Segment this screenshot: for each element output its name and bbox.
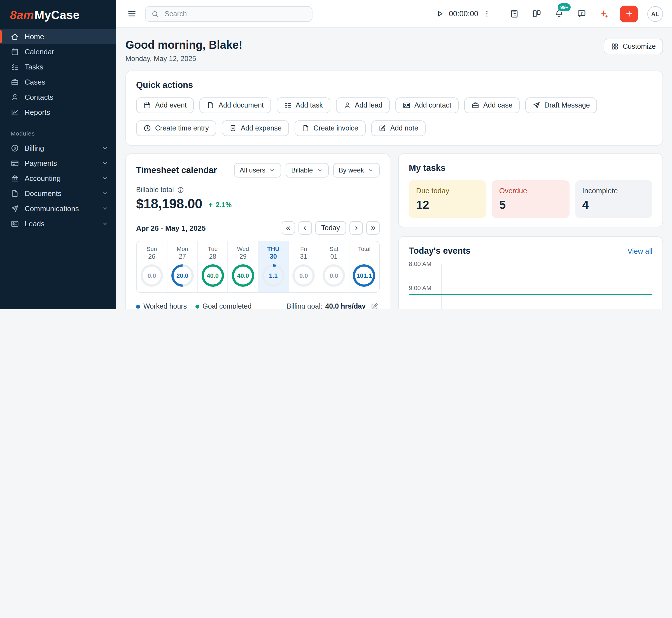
sidebar-item-payments[interactable]: Payments — [0, 156, 116, 171]
notification-badge: 99+ — [557, 3, 571, 11]
overdue-tile[interactable]: Overdue 5 — [492, 180, 569, 218]
card-icon — [11, 159, 19, 168]
timesheet-title: Timesheet calendar — [136, 165, 217, 175]
create-new-button[interactable] — [620, 5, 638, 22]
my-tasks-title: My tasks — [409, 163, 652, 173]
boards-button[interactable] — [530, 7, 543, 20]
help-button[interactable] — [575, 7, 588, 20]
sidebar-item-leads[interactable]: Leads — [0, 216, 116, 231]
kebab-icon — [483, 9, 491, 18]
sidebar-item-home[interactable]: Home — [0, 29, 116, 44]
sidebar-item-tasks[interactable]: Tasks — [0, 60, 116, 75]
current-time-indicator — [409, 294, 652, 295]
search-input[interactable] — [163, 9, 306, 18]
create-time-entry-button[interactable]: Create time entry — [136, 120, 216, 136]
page-date: Monday, May 12, 2025 — [125, 55, 242, 63]
due-today-tile[interactable]: Due today 12 — [409, 180, 486, 218]
add-document-button[interactable]: Add document — [200, 97, 271, 113]
chevron-down-icon — [101, 160, 109, 167]
play-icon — [436, 9, 444, 18]
add-expense-button[interactable]: Add expense — [222, 120, 289, 136]
main-content: Good morning, Blake! Monday, May 12, 202… — [116, 28, 672, 309]
chart-icon — [11, 108, 19, 116]
todays-events-title: Today's events — [409, 246, 470, 256]
person-icon — [343, 101, 351, 109]
sidebar-item-label: Documents — [25, 189, 62, 198]
sidebar-item-calendar[interactable]: Calendar — [0, 44, 116, 60]
add-contact-button[interactable]: Add contact — [396, 97, 459, 113]
edit-icon — [378, 124, 386, 132]
add-note-button[interactable]: Add note — [371, 120, 426, 136]
day-cell-thu-today[interactable]: THU 30 1.1 — [258, 241, 288, 292]
billing-goal: Billing goal: 40.0 hrs/day — [287, 301, 380, 309]
day-cell-mon[interactable]: Mon 27 20.0 — [167, 241, 197, 292]
customize-button[interactable]: Customize — [604, 39, 663, 54]
search-box[interactable] — [145, 6, 313, 21]
app-logo[interactable]: 8amMyCase — [0, 0, 116, 29]
next-week-button[interactable] — [349, 221, 363, 235]
sidebar-item-contacts[interactable]: Contacts — [0, 90, 116, 105]
user-avatar[interactable]: AL — [647, 6, 663, 21]
sidebar-item-label: Home — [25, 32, 44, 41]
billable-filter-dropdown[interactable]: Billable — [286, 163, 328, 178]
day-cell-wed[interactable]: Wed 29 40.0 — [228, 241, 258, 292]
day-cell-tue[interactable]: Tue 28 40.0 — [197, 241, 228, 292]
menu-button[interactable] — [125, 7, 138, 20]
document-icon — [302, 124, 310, 132]
id-card-icon — [403, 101, 411, 109]
customize-grid-icon — [611, 42, 619, 50]
create-invoice-button[interactable]: Create invoice — [295, 120, 366, 136]
todays-events-card: Today's events View all 8:00 AM 9:00 AM … — [398, 236, 663, 309]
timer-menu-button[interactable] — [481, 8, 493, 20]
sidebar-item-reports[interactable]: Reports — [0, 105, 116, 120]
chevron-down-icon — [101, 175, 109, 182]
chevron-down-icon — [316, 167, 323, 174]
add-lead-button[interactable]: Add lead — [336, 97, 390, 113]
sidebar-item-accounting[interactable]: Accounting — [0, 171, 116, 186]
menu-icon — [127, 9, 137, 18]
sidebar-item-label: Tasks — [25, 63, 43, 71]
sidebar-item-communications[interactable]: Communications — [0, 201, 116, 216]
legend-worked-hours: Worked hours — [136, 302, 187, 309]
view-all-link[interactable]: View all — [628, 247, 652, 255]
chevron-down-icon — [269, 167, 275, 174]
sidebar: 8amMyCase Home Calendar Tasks Cases Cont… — [0, 0, 116, 309]
sidebar-item-label: Reports — [25, 108, 50, 116]
draft-message-button[interactable]: Draft Message — [525, 97, 597, 113]
next-month-button[interactable] — [366, 221, 380, 235]
sidebar-item-label: Communications — [25, 204, 79, 213]
sidebar-nav: Home Calendar Tasks Cases Contacts Repor… — [0, 29, 116, 120]
info-icon[interactable] — [177, 186, 185, 194]
prev-week-button[interactable] — [298, 221, 312, 235]
double-chevron-right-icon — [369, 224, 376, 231]
day-cell-fri[interactable]: Fri 31 0.0 — [288, 241, 318, 292]
period-filter-dropdown[interactable]: By week — [333, 163, 380, 178]
add-event-button[interactable]: Add event — [136, 97, 194, 113]
sidebar-item-label: Contacts — [25, 93, 53, 101]
chevron-down-icon — [101, 144, 109, 152]
prev-month-button[interactable] — [282, 221, 295, 235]
hours-ring: 1.1 — [262, 264, 285, 287]
briefcase-icon — [11, 78, 19, 86]
calculator-button[interactable] — [508, 7, 521, 20]
sidebar-item-billing[interactable]: Billing — [0, 140, 116, 156]
incomplete-tile[interactable]: Incomplete 4 — [575, 180, 652, 218]
edit-billing-goal-button[interactable] — [370, 301, 380, 309]
day-cell-sun[interactable]: Sun 26 0.0 — [137, 241, 167, 292]
billable-total-label: Billable total — [136, 186, 174, 194]
document-icon — [11, 189, 19, 198]
edit-icon — [371, 302, 378, 309]
date-range: Apr 26 - May 1, 2025 — [136, 224, 206, 232]
day-cell-sat[interactable]: Sat 01 0.0 — [319, 241, 349, 292]
person-icon — [11, 93, 19, 101]
timer-start-button[interactable] — [434, 8, 446, 20]
sidebar-item-cases[interactable]: Cases — [0, 75, 116, 90]
hours-ring: 0.0 — [323, 264, 345, 287]
document-icon — [207, 101, 215, 109]
sidebar-item-documents[interactable]: Documents — [0, 186, 116, 201]
users-filter-dropdown[interactable]: All users — [234, 163, 281, 178]
add-case-button[interactable]: Add case — [464, 97, 520, 113]
add-task-button[interactable]: Add task — [276, 97, 330, 113]
today-button[interactable]: Today — [315, 221, 346, 235]
ai-assistant-button[interactable] — [597, 7, 610, 20]
